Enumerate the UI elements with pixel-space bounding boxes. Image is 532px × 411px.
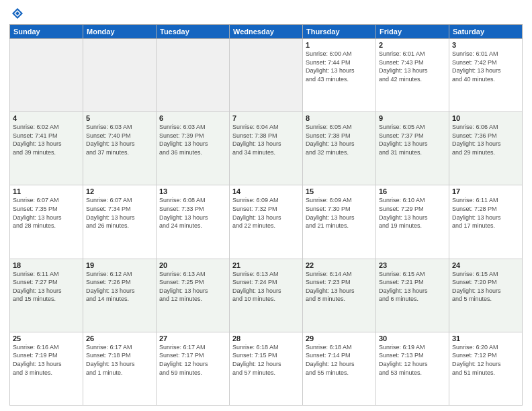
day-info: Sunrise: 6:07 AM Sunset: 7:34 PM Dayligh…: [86, 196, 153, 230]
day-number: 18: [13, 261, 80, 269]
header: [9, 7, 523, 20]
calendar-cell: [157, 39, 230, 112]
calendar-cell: 18Sunrise: 6:11 AM Sunset: 7:27 PM Dayli…: [10, 259, 83, 332]
calendar-cell: 14Sunrise: 6:09 AM Sunset: 7:32 PM Dayli…: [230, 185, 303, 259]
calendar-week-row: 1Sunrise: 6:00 AM Sunset: 7:44 PM Daylig…: [10, 39, 523, 112]
calendar-cell: 31Sunrise: 6:20 AM Sunset: 7:12 PM Dayli…: [449, 332, 523, 405]
page: SundayMondayTuesdayWednesdayThursdayFrid…: [0, 0, 532, 411]
calendar-weekday: Monday: [83, 25, 157, 39]
day-info: Sunrise: 6:20 AM Sunset: 7:12 PM Dayligh…: [452, 343, 519, 377]
day-number: 11: [13, 187, 80, 195]
logo-icon: [11, 7, 24, 20]
day-info: Sunrise: 6:02 AM Sunset: 7:41 PM Dayligh…: [13, 123, 80, 156]
day-info: Sunrise: 6:05 AM Sunset: 7:37 PM Dayligh…: [379, 123, 446, 156]
day-info: Sunrise: 6:03 AM Sunset: 7:39 PM Dayligh…: [159, 123, 226, 156]
day-number: 25: [13, 334, 80, 342]
calendar-cell: [230, 39, 303, 112]
day-number: 21: [232, 261, 300, 269]
day-number: 23: [379, 261, 446, 269]
day-number: 12: [86, 187, 153, 195]
logo: [9, 7, 24, 20]
day-number: 28: [232, 334, 300, 342]
day-number: 9: [379, 114, 446, 122]
day-number: 19: [86, 261, 153, 269]
calendar-cell: 2Sunrise: 6:01 AM Sunset: 7:43 PM Daylig…: [376, 39, 449, 112]
day-number: 20: [159, 261, 226, 269]
day-info: Sunrise: 6:03 AM Sunset: 7:40 PM Dayligh…: [86, 123, 153, 156]
calendar-cell: 30Sunrise: 6:19 AM Sunset: 7:13 PM Dayli…: [376, 332, 449, 405]
day-info: Sunrise: 6:12 AM Sunset: 7:26 PM Dayligh…: [86, 270, 153, 304]
day-info: Sunrise: 6:16 AM Sunset: 7:19 PM Dayligh…: [13, 343, 80, 377]
calendar-cell: 27Sunrise: 6:17 AM Sunset: 7:17 PM Dayli…: [157, 332, 230, 405]
day-info: Sunrise: 6:14 AM Sunset: 7:23 PM Dayligh…: [306, 270, 373, 304]
calendar-cell: 7Sunrise: 6:04 AM Sunset: 7:38 PM Daylig…: [230, 112, 303, 185]
day-info: Sunrise: 6:15 AM Sunset: 7:21 PM Dayligh…: [379, 270, 446, 304]
calendar-weekday: Saturday: [449, 25, 523, 39]
day-info: Sunrise: 6:08 AM Sunset: 7:33 PM Dayligh…: [159, 196, 226, 230]
calendar-week-row: 18Sunrise: 6:11 AM Sunset: 7:27 PM Dayli…: [10, 259, 523, 332]
calendar-cell: 22Sunrise: 6:14 AM Sunset: 7:23 PM Dayli…: [303, 259, 376, 332]
day-number: 26: [86, 334, 153, 342]
calendar-cell: 17Sunrise: 6:11 AM Sunset: 7:28 PM Dayli…: [449, 185, 523, 259]
day-number: 16: [379, 187, 446, 195]
day-number: 17: [452, 187, 519, 195]
calendar-weekday: Thursday: [303, 25, 376, 39]
day-info: Sunrise: 6:19 AM Sunset: 7:13 PM Dayligh…: [379, 343, 446, 377]
day-number: 3: [452, 41, 519, 49]
day-number: 2: [379, 41, 446, 49]
calendar-cell: 25Sunrise: 6:16 AM Sunset: 7:19 PM Dayli…: [10, 332, 83, 405]
day-number: 22: [306, 261, 373, 269]
day-info: Sunrise: 6:17 AM Sunset: 7:17 PM Dayligh…: [159, 343, 226, 377]
day-info: Sunrise: 6:01 AM Sunset: 7:42 PM Dayligh…: [452, 50, 519, 83]
day-number: 4: [13, 114, 80, 122]
day-number: 14: [232, 187, 300, 195]
day-number: 15: [306, 187, 373, 195]
calendar-cell: [10, 39, 83, 112]
day-info: Sunrise: 6:15 AM Sunset: 7:20 PM Dayligh…: [452, 270, 519, 304]
day-info: Sunrise: 6:09 AM Sunset: 7:32 PM Dayligh…: [232, 196, 300, 230]
day-info: Sunrise: 6:09 AM Sunset: 7:30 PM Dayligh…: [306, 196, 373, 230]
day-number: 10: [452, 114, 519, 122]
calendar-cell: 28Sunrise: 6:18 AM Sunset: 7:15 PM Dayli…: [230, 332, 303, 405]
calendar-cell: 9Sunrise: 6:05 AM Sunset: 7:37 PM Daylig…: [376, 112, 449, 185]
calendar-cell: 16Sunrise: 6:10 AM Sunset: 7:29 PM Dayli…: [376, 185, 449, 259]
day-number: 1: [306, 41, 373, 49]
day-info: Sunrise: 6:00 AM Sunset: 7:44 PM Dayligh…: [306, 50, 373, 83]
day-info: Sunrise: 6:01 AM Sunset: 7:43 PM Dayligh…: [379, 50, 446, 83]
calendar-cell: 11Sunrise: 6:07 AM Sunset: 7:35 PM Dayli…: [10, 185, 83, 259]
calendar-cell: 10Sunrise: 6:06 AM Sunset: 7:36 PM Dayli…: [449, 112, 523, 185]
day-info: Sunrise: 6:17 AM Sunset: 7:18 PM Dayligh…: [86, 343, 153, 377]
day-info: Sunrise: 6:13 AM Sunset: 7:25 PM Dayligh…: [159, 270, 226, 304]
calendar-cell: 12Sunrise: 6:07 AM Sunset: 7:34 PM Dayli…: [83, 185, 157, 259]
calendar-cell: 8Sunrise: 6:05 AM Sunset: 7:38 PM Daylig…: [303, 112, 376, 185]
day-number: 8: [306, 114, 373, 122]
day-info: Sunrise: 6:05 AM Sunset: 7:38 PM Dayligh…: [306, 123, 373, 156]
calendar-cell: 23Sunrise: 6:15 AM Sunset: 7:21 PM Dayli…: [376, 259, 449, 332]
calendar-week-row: 25Sunrise: 6:16 AM Sunset: 7:19 PM Dayli…: [10, 332, 523, 405]
calendar-weekday: Tuesday: [157, 25, 230, 39]
day-info: Sunrise: 6:11 AM Sunset: 7:28 PM Dayligh…: [452, 196, 519, 230]
calendar-weekday: Sunday: [10, 25, 83, 39]
day-number: 13: [159, 187, 226, 195]
calendar-cell: 3Sunrise: 6:01 AM Sunset: 7:42 PM Daylig…: [449, 39, 523, 112]
calendar-cell: 24Sunrise: 6:15 AM Sunset: 7:20 PM Dayli…: [449, 259, 523, 332]
calendar-cell: 4Sunrise: 6:02 AM Sunset: 7:41 PM Daylig…: [10, 112, 83, 185]
calendar-week-row: 11Sunrise: 6:07 AM Sunset: 7:35 PM Dayli…: [10, 185, 523, 259]
calendar-cell: [83, 39, 157, 112]
day-info: Sunrise: 6:13 AM Sunset: 7:24 PM Dayligh…: [232, 270, 300, 304]
calendar-cell: 13Sunrise: 6:08 AM Sunset: 7:33 PM Dayli…: [157, 185, 230, 259]
day-number: 6: [159, 114, 226, 122]
day-number: 30: [379, 334, 446, 342]
day-info: Sunrise: 6:10 AM Sunset: 7:29 PM Dayligh…: [379, 196, 446, 230]
calendar-table: SundayMondayTuesdayWednesdayThursdayFrid…: [9, 24, 523, 406]
calendar-week-row: 4Sunrise: 6:02 AM Sunset: 7:41 PM Daylig…: [10, 112, 523, 185]
calendar-header-row: SundayMondayTuesdayWednesdayThursdayFrid…: [10, 25, 523, 39]
day-number: 5: [86, 114, 153, 122]
calendar-cell: 21Sunrise: 6:13 AM Sunset: 7:24 PM Dayli…: [230, 259, 303, 332]
calendar-cell: 1Sunrise: 6:00 AM Sunset: 7:44 PM Daylig…: [303, 39, 376, 112]
calendar-body: 1Sunrise: 6:00 AM Sunset: 7:44 PM Daylig…: [10, 39, 523, 406]
day-info: Sunrise: 6:04 AM Sunset: 7:38 PM Dayligh…: [232, 123, 300, 156]
calendar-weekday: Wednesday: [230, 25, 303, 39]
day-info: Sunrise: 6:18 AM Sunset: 7:14 PM Dayligh…: [306, 343, 373, 377]
calendar-cell: 20Sunrise: 6:13 AM Sunset: 7:25 PM Dayli…: [157, 259, 230, 332]
